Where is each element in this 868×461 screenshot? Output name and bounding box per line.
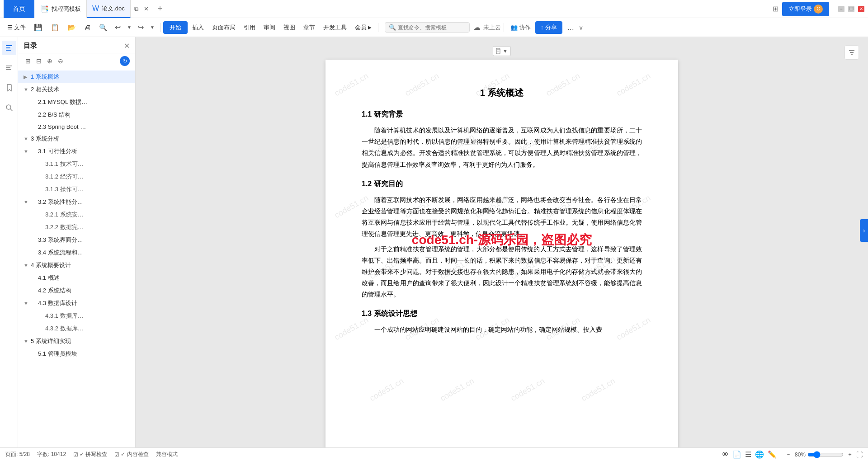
toc-item-15[interactable]: 3.4 系统流程和… <box>18 246 135 259</box>
cloud-area[interactable]: ☁ 未上云 <box>473 23 501 32</box>
toc-item-11[interactable]: ▼ 3.2 系统性能分… <box>18 196 135 208</box>
collab-button[interactable]: 👥 协作 <box>507 22 534 33</box>
toc-close-button[interactable]: ✕ <box>124 42 130 50</box>
toc-toggle-14 <box>24 237 31 243</box>
tab-restore-icon[interactable]: ⧉ <box>132 4 140 14</box>
toc-label-19: 4.3 数据库设计 <box>38 299 130 307</box>
toc-item-4[interactable]: 2.2 B/S 结构 <box>18 108 135 121</box>
kaishi-button[interactable]: 开始 <box>163 21 188 34</box>
redo-dropdown[interactable]: ▼ <box>147 23 157 32</box>
toolbar-expand-icon[interactable]: ∨ <box>579 24 583 31</box>
more-button[interactable]: … <box>563 22 578 33</box>
toolbar-open-icon[interactable]: 📂 <box>64 22 80 33</box>
toc-remove[interactable]: ⊖ <box>56 56 65 66</box>
toc-item-12[interactable]: 3.2.1 系统安… <box>18 208 135 221</box>
template-tab-label: 找程亮模板 <box>52 5 81 13</box>
toc-item-2[interactable]: ▼ 2 相关技术 <box>18 83 135 96</box>
sidebar-search-icon[interactable] <box>2 100 16 115</box>
toc-item-13[interactable]: 3.2.2 数据完… <box>18 221 135 234</box>
zoom-out-icon[interactable]: － <box>784 451 793 458</box>
menu-member[interactable]: 会员 ▶ <box>351 22 375 33</box>
svg-rect-5 <box>6 69 11 70</box>
menu-chapter[interactable]: 章节 <box>300 22 319 33</box>
toc-item-20[interactable]: 4.3.1 数据库… <box>18 310 135 322</box>
sidebar-nav-icon[interactable] <box>2 61 16 75</box>
toc-item-18[interactable]: 4.2 系统结构 <box>18 284 135 297</box>
toolbar-print-icon[interactable]: 🖨 <box>80 22 94 33</box>
toc-toggle-3 <box>24 99 31 105</box>
toc-item-7[interactable]: ▼ 3.1 可行性分析 <box>18 145 135 158</box>
right-panel-toggle[interactable]: › <box>860 219 868 242</box>
view-pen-icon[interactable]: ✏️ <box>768 450 777 459</box>
tab-add[interactable]: + <box>154 2 166 15</box>
toc-item-10[interactable]: 3.1.3 操作可… <box>18 183 135 196</box>
toc-toggle-4 <box>24 112 31 118</box>
toolbar-printpreview-icon[interactable]: 🔍 <box>95 22 111 33</box>
menu-review[interactable]: 审阅 <box>260 22 279 33</box>
filter-button[interactable] <box>844 45 859 60</box>
toc-label-21: 4.3.2 数据库… <box>45 325 130 333</box>
toc-collapse-all[interactable]: ⊟ <box>34 56 43 66</box>
toc-item-21[interactable]: 4.3.2 数据库… <box>18 322 135 335</box>
sidebar-toc-icon[interactable] <box>2 41 16 55</box>
grid-icon[interactable]: ⊞ <box>773 5 778 13</box>
tab-doc[interactable]: W 论文.doc <box>87 0 131 18</box>
toc-label-5: 2.3 Spring Boot … <box>38 123 130 130</box>
toc-item-5[interactable]: 2.3 Spring Boot … <box>18 121 135 132</box>
toc-label-1: 1 系统概述 <box>31 73 130 81</box>
toc-item-17[interactable]: 4.1 概述 <box>18 272 135 284</box>
undo-btn[interactable]: ↩ <box>112 21 123 33</box>
status-bar: 页面: 5/28 字数: 10412 ☑ ✓ 拼写检查 ☑ ✓ 内容检查 兼容模… <box>0 447 868 461</box>
content-check-label: ✓ 内容检查 <box>121 451 148 458</box>
toc-item-14[interactable]: 3.3 系统界面分… <box>18 234 135 246</box>
toc-item-19[interactable]: ▼ 4.3 数据库设计 <box>18 297 135 310</box>
compat-mode[interactable]: 兼容模式 <box>156 451 178 458</box>
zoom-slider[interactable] <box>807 451 844 458</box>
toc-add[interactable]: ⊕ <box>45 56 54 66</box>
menu-devtools[interactable]: 开发工具 <box>320 22 350 33</box>
login-button[interactable]: 立即登录 C <box>782 2 829 16</box>
toolbar-search[interactable]: 🔍 <box>385 22 470 33</box>
menu-reference[interactable]: 引用 <box>240 22 259 33</box>
menu-pagelayout[interactable]: 页面布局 <box>208 22 239 33</box>
toolbar-save-icon[interactable]: 💾 <box>30 22 46 33</box>
doc-section-1-2: 1.1 研究背景 <box>362 110 642 119</box>
toc-item-16[interactable]: ▼ 4 系统概要设计 <box>18 259 135 272</box>
view-read-icon[interactable]: 👁 <box>722 451 729 459</box>
view-list-icon[interactable]: ☰ <box>745 450 751 459</box>
search-input[interactable] <box>398 24 466 31</box>
share-button[interactable]: ↑ 分享 <box>535 21 563 34</box>
win-close[interactable]: ✕ <box>858 6 864 12</box>
toc-item-6[interactable]: ▼ 3 系统分析 <box>18 132 135 145</box>
tab-home[interactable]: 首页 <box>4 0 34 18</box>
menu-view[interactable]: 视图 <box>280 22 299 33</box>
toc-item-23[interactable]: 5.1 管理员模块 <box>18 348 135 360</box>
page-icon[interactable]: ▼ <box>493 46 511 56</box>
menu-insert[interactable]: 插入 <box>189 22 208 33</box>
toc-item-3[interactable]: 2.1 MYSQL 数据… <box>18 96 135 108</box>
win-minimize[interactable]: － <box>838 6 844 12</box>
zoom-fullscreen-icon[interactable]: ⛶ <box>856 451 863 458</box>
spell-check[interactable]: ☑ ✓ 拼写检查 <box>73 451 107 458</box>
tab-template[interactable]: 📑 找程亮模板 <box>34 0 87 18</box>
content-check[interactable]: ☑ ✓ 内容检查 <box>114 451 148 458</box>
toc-item-8[interactable]: 3.1.1 技术可… <box>18 158 135 170</box>
toc-item-9[interactable]: 3.1.2 经济可… <box>18 170 135 183</box>
undo-dropdown[interactable]: ▼ <box>124 23 134 32</box>
sidebar-bookmark-icon[interactable] <box>2 80 16 95</box>
redo-btn[interactable]: ↪ <box>135 21 146 33</box>
tab-close-icon[interactable]: ✕ <box>142 4 151 14</box>
toc-item-1[interactable]: ▶ 1 系统概述 <box>18 71 135 83</box>
toolbar-savealt-icon[interactable]: 📋 <box>47 22 63 33</box>
toc-item-22[interactable]: ▼ 5 系统详细实现 <box>18 335 135 348</box>
win-restore[interactable]: ❐ <box>848 6 854 12</box>
right-panel-handle[interactable]: › <box>860 219 868 242</box>
menu-file[interactable]: ☰ 文件 <box>4 22 29 33</box>
toc-refresh-button[interactable]: ↻ <box>120 56 130 66</box>
svg-rect-3 <box>6 66 12 66</box>
view-web-icon[interactable]: 🌐 <box>755 450 764 459</box>
zoom-in-icon[interactable]: ＋ <box>845 451 854 458</box>
view-page-icon[interactable]: 📄 <box>732 450 741 459</box>
toc-label-13: 3.2.2 数据完… <box>45 223 130 231</box>
toc-expand-all[interactable]: ⊞ <box>24 56 33 66</box>
